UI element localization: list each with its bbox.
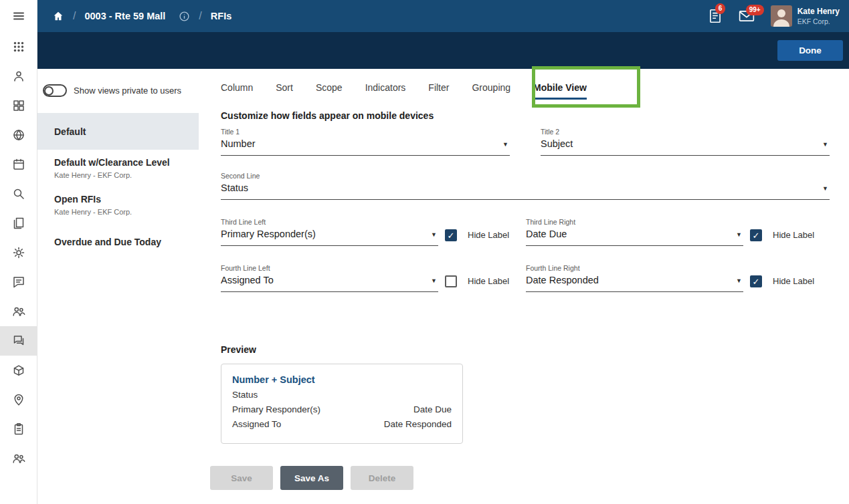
dashboard-icon[interactable]: [0, 91, 37, 120]
tab-scope[interactable]: Scope: [316, 82, 343, 100]
tab-indicators[interactable]: Indicators: [365, 82, 406, 100]
user-info: Kate Henry EKF Corp.: [797, 7, 840, 26]
fourth-right-field: Fourth Line Right Date Responded ▼: [526, 264, 743, 292]
reports-badge: 6: [715, 3, 726, 14]
globe-icon[interactable]: [0, 120, 37, 150]
form-row-fourth-line: Fourth Line Left Assigned To ▼ Hide Labe…: [221, 264, 831, 292]
reports-icon[interactable]: 6: [708, 8, 723, 24]
second-line-field: Second Line Status ▼: [221, 172, 830, 200]
preview-section: Preview Number + Subject Status Primary …: [221, 344, 831, 444]
preview-label: Preview: [221, 344, 831, 355]
title2-field: Title 2 Subject ▼: [541, 128, 830, 156]
crew-icon[interactable]: [0, 444, 37, 473]
preview-fourth-line: Assigned To Date Responded: [232, 419, 452, 429]
sub-header-band: Done: [37, 32, 849, 69]
preview-card: Number + Subject Status Primary Responde…: [221, 364, 463, 444]
deliveries-icon[interactable]: [0, 356, 37, 385]
locations-pin-icon[interactable]: [0, 385, 37, 414]
fourth-left-field: Fourth Line Left Assigned To ▼: [221, 264, 438, 292]
user-menu[interactable]: Kate Henry EKF Corp.: [771, 5, 840, 27]
team-icon[interactable]: [0, 297, 37, 326]
dropdown-caret-icon: ▼: [502, 141, 508, 148]
preview-second-line: Status: [232, 390, 452, 400]
dropdown-caret-icon: ▼: [431, 231, 437, 238]
fourth-left-group: Fourth Line Left Assigned To ▼ Hide Labe…: [221, 264, 526, 292]
view-item-overdue[interactable]: Overdue and Due Today: [37, 223, 199, 260]
left-icon-rail: [0, 0, 37, 504]
dropdown-caret-icon: ▼: [736, 277, 742, 284]
directory-icon[interactable]: [0, 61, 37, 91]
view-list: Default Default w/Clearance Level Kate H…: [37, 113, 199, 260]
settings-gear-icon[interactable]: [0, 238, 37, 267]
forum-rfi-icon[interactable]: [0, 326, 37, 356]
hide-label-checkbox[interactable]: [445, 229, 457, 241]
title2-select[interactable]: Subject ▼: [541, 138, 830, 156]
view-item-clearance[interactable]: Default w/Clearance Level Kate Henry - E…: [37, 150, 199, 186]
private-views-toggle-label: Show views private to users: [74, 86, 181, 96]
fourth-right-group: Fourth Line Right Date Responded ▼ Hide …: [526, 264, 831, 292]
view-item-open-rfis[interactable]: Open RFIs Kate Henry - EKF Corp.: [37, 186, 199, 223]
breadcrumb-separator: /: [73, 10, 76, 22]
breadcrumb-separator: /: [199, 10, 201, 22]
form-row-titles: Title 1 Number ▼ Title 2 Subject ▼: [221, 128, 831, 156]
view-config-content: Column Sort Scope Indicators Filter Grou…: [221, 69, 831, 490]
main-content: Show views private to users Default Defa…: [37, 69, 849, 504]
documents-icon[interactable]: [0, 209, 37, 238]
breadcrumb-project[interactable]: 0003 - Rte 59 Mall: [84, 11, 165, 21]
feedback-icon[interactable]: [0, 267, 37, 297]
inbox-badge: 99+: [746, 5, 764, 15]
info-icon[interactable]: [179, 11, 190, 22]
home-icon[interactable]: [52, 10, 64, 22]
mobile-view-heading: Customize how fields appear on mobile de…: [221, 110, 831, 121]
fourth-right-select[interactable]: Date Responded ▼: [526, 275, 743, 292]
hide-label-checkbox[interactable]: [445, 275, 457, 287]
preview-title: Number + Subject: [232, 374, 452, 385]
hide-label-checkbox[interactable]: [750, 229, 762, 241]
dropdown-caret-icon: ▼: [431, 277, 437, 284]
user-name: Kate Henry: [797, 7, 840, 16]
action-buttons: Save Save As Delete: [210, 466, 831, 490]
dropdown-caret-icon: ▼: [736, 231, 742, 238]
tab-bar: Column Sort Scope Indicators Filter Grou…: [221, 69, 831, 100]
form-row-second-line: Second Line Status ▼: [221, 172, 831, 200]
fourth-left-select[interactable]: Assigned To ▼: [221, 275, 438, 292]
tab-column[interactable]: Column: [221, 82, 253, 100]
form-row-third-line: Third Line Left Primary Responder(s) ▼ H…: [221, 218, 831, 246]
calendar-icon[interactable]: [0, 150, 37, 179]
inbox-mail-icon[interactable]: 99+: [739, 9, 755, 23]
third-left-field: Third Line Left Primary Responder(s) ▼: [221, 218, 438, 246]
title1-select[interactable]: Number ▼: [221, 138, 510, 156]
delete-button: Delete: [351, 466, 413, 490]
private-views-toggle[interactable]: [43, 84, 67, 97]
search-icon[interactable]: [0, 179, 37, 209]
user-company: EKF Corp.: [797, 17, 840, 26]
tab-sort[interactable]: Sort: [276, 82, 293, 100]
view-item-default[interactable]: Default: [37, 113, 199, 150]
views-panel: Show views private to users Default Defa…: [37, 69, 199, 260]
third-right-field: Third Line Right Date Due ▼: [526, 218, 743, 246]
preview-third-line: Primary Responder(s) Date Due: [232, 404, 452, 414]
toggle-knob: [44, 86, 54, 96]
tab-grouping[interactable]: Grouping: [472, 82, 510, 100]
app: / 0003 - Rte 59 Mall / RFIs 6 99+ Kate H…: [0, 0, 849, 504]
hamburger-menu-icon[interactable]: [0, 0, 37, 32]
dropdown-caret-icon: ▼: [822, 141, 828, 148]
tasks-clipboard-icon[interactable]: [0, 414, 37, 444]
third-right-group: Third Line Right Date Due ▼ Hide Label: [526, 218, 831, 246]
hide-label-checkbox[interactable]: [750, 275, 762, 287]
apps-grid-icon[interactable]: [0, 32, 37, 61]
third-left-select[interactable]: Primary Responder(s) ▼: [221, 229, 438, 246]
breadcrumb-tool[interactable]: RFIs: [211, 11, 231, 21]
third-left-group: Third Line Left Primary Responder(s) ▼ H…: [221, 218, 526, 246]
top-navigation-bar: / 0003 - Rte 59 Mall / RFIs 6 99+ Kate H…: [37, 0, 849, 32]
save-button: Save: [210, 466, 273, 490]
tab-filter[interactable]: Filter: [428, 82, 449, 100]
done-button[interactable]: Done: [777, 40, 843, 61]
tab-mobile-view[interactable]: Mobile View: [533, 82, 587, 100]
title1-field: Title 1 Number ▼: [221, 128, 510, 156]
topbar-right-group: 6 99+ Kate Henry EKF Corp.: [708, 5, 849, 27]
second-line-select[interactable]: Status ▼: [221, 182, 830, 200]
third-right-select[interactable]: Date Due ▼: [526, 229, 743, 246]
private-views-toggle-row: Show views private to users: [37, 69, 199, 97]
save-as-button[interactable]: Save As: [280, 466, 343, 490]
